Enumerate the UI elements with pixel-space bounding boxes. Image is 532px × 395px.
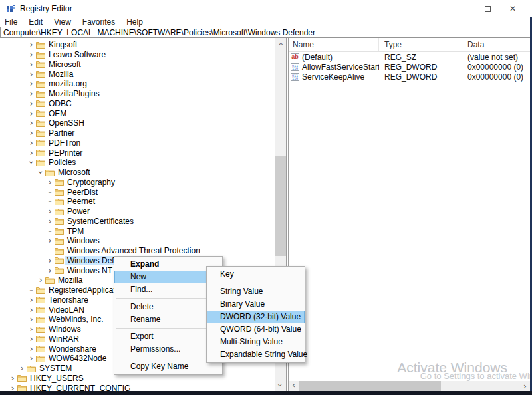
menu-item-expandable-string-value[interactable]: Expandable String Value (207, 348, 305, 361)
chevron-right-icon[interactable]: › (27, 61, 36, 68)
chevron-right-icon[interactable]: › (45, 237, 55, 244)
tree-item-label: OpenSSH (47, 118, 86, 128)
value-row-allowfastservicestartup[interactable]: 011110AllowFastServiceStartupREG_DWORD0x… (289, 62, 530, 72)
minimize-button[interactable] (450, 0, 475, 17)
menu-view[interactable]: View (54, 17, 77, 27)
column-header-type[interactable]: Type (379, 38, 462, 51)
chevron-right-icon[interactable]: › (27, 150, 36, 156)
chevron-right-icon[interactable]: › (45, 179, 55, 186)
menu-item-multi-string-value[interactable]: Multi-String Value (207, 336, 305, 348)
tree-item-partner[interactable]: ›Partner (0, 128, 275, 138)
value-row-servicekeepalive[interactable]: 011110ServiceKeepAliveREG_DWORD0x0000000… (289, 72, 530, 82)
chevron-right-icon[interactable]: › (27, 355, 36, 362)
chevron-right-icon[interactable]: › (27, 90, 36, 97)
tree-item-mozilla-org[interactable]: ›mozilla.org (0, 79, 275, 89)
menu-edit[interactable]: Edit (29, 17, 49, 27)
tree-item-label: Windows Advanced Threat Protection (65, 246, 202, 255)
folder-icon (36, 335, 47, 342)
chevron-right-icon[interactable]: › (36, 277, 45, 283)
maximize-button[interactable] (475, 0, 500, 17)
close-button[interactable]: ✕ (500, 0, 525, 17)
chevron-right-icon[interactable]: › (27, 316, 36, 323)
chevron-right-icon[interactable]: › (27, 110, 36, 117)
chevron-right-icon[interactable]: › (27, 297, 36, 303)
chevron-right-icon[interactable]: › (27, 100, 36, 107)
scroll-left-icon[interactable]: › (289, 381, 299, 391)
folder-icon (36, 80, 47, 88)
tree-item-oem[interactable]: ›OEM (0, 108, 275, 118)
chevron-down-icon[interactable]: › (37, 168, 44, 177)
tree-item-pdftron[interactable]: ›PDFTron (0, 138, 275, 148)
chevron-right-icon[interactable]: › (27, 336, 36, 342)
chevron-right-icon[interactable]: › (27, 346, 36, 352)
tree-item-odbc[interactable]: ›ODBC (0, 99, 275, 109)
column-header-name[interactable]: Name (289, 38, 379, 51)
tree-item-label: WOW6432Node (47, 354, 108, 363)
tree-item-openssh[interactable]: ›OpenSSH (0, 118, 275, 128)
chevron-down-icon[interactable]: › (28, 158, 35, 167)
menu-favorites[interactable]: Favorites (82, 17, 121, 27)
folder-icon (36, 110, 47, 117)
tree-item-label: Partner (47, 128, 76, 138)
column-header-data[interactable]: Data (462, 38, 530, 51)
chevron-right-icon[interactable]: › (45, 257, 55, 264)
folder-icon (55, 217, 65, 225)
values-horizontal-scrollbar[interactable]: › › (289, 381, 530, 391)
chevron-right-icon[interactable]: › (8, 375, 17, 382)
menu-bar: FileEditViewFavoritesHelp (0, 17, 532, 27)
value-row-default[interactable]: ab(Default)REG_SZ(value not set) (289, 52, 530, 62)
tree-item-kingsoft[interactable]: ›Kingsoft (0, 40, 275, 50)
close-icon: ✕ (509, 5, 516, 13)
scroll-down-icon[interactable]: › (275, 380, 286, 391)
tree-item-tpm[interactable]: –TPM (0, 226, 275, 236)
scroll-right-icon[interactable]: › (520, 381, 530, 391)
chevron-right-icon[interactable]: › (27, 51, 36, 58)
menu-item-dword-32-bit-value[interactable]: DWORD (32-bit) Value (207, 311, 305, 323)
tree-item-microsoft[interactable]: ›Microsoft (0, 168, 275, 178)
folder-icon (36, 355, 47, 362)
chevron-right-icon[interactable]: › (27, 71, 36, 78)
tree-item-hkey-current-config[interactable]: ›HKEY_CURRENT_CONFIG (0, 383, 275, 391)
values-pane: NameTypeData ab(Default)REG_SZ(value not… (289, 38, 530, 391)
chevron-right-icon[interactable]: › (45, 218, 55, 225)
tree-item-leawo-software[interactable]: ›Leawo Software (0, 50, 275, 60)
chevron-right-icon[interactable]: › (45, 267, 55, 274)
tree-item-power[interactable]: ›Power (0, 207, 275, 217)
menu-item-binary-value[interactable]: Binary Value (207, 298, 305, 311)
chevron-right-icon[interactable]: › (27, 307, 36, 313)
tree-item-policies[interactable]: ›Policies (0, 158, 275, 168)
values-scrollbar-thumb[interactable] (299, 381, 441, 391)
folder-icon (36, 326, 47, 333)
tree-item-peprinter[interactable]: ›PEPrinter (0, 148, 275, 158)
tree-item-peernet[interactable]: –Peernet (0, 197, 275, 207)
tree-item-windows[interactable]: ›Windows (0, 236, 275, 246)
tree-item-windows-advanced-threat-protection[interactable]: –Windows Advanced Threat Protection (0, 246, 275, 256)
chevron-right-icon[interactable]: › (27, 326, 36, 332)
chevron-right-icon[interactable]: › (8, 385, 17, 391)
chevron-right-icon[interactable]: › (27, 130, 36, 136)
chevron-right-icon[interactable]: › (27, 140, 36, 146)
folder-icon (17, 374, 28, 382)
tree-scrollbar-thumb[interactable] (275, 156, 286, 256)
menu-item-key[interactable]: Key (207, 268, 305, 281)
tree-item-peerdist[interactable]: –PeerDist (0, 187, 275, 197)
tree-item-microsoft[interactable]: ›Microsoft (0, 60, 275, 70)
tree-item-label: SystemCertificates (65, 217, 136, 226)
chevron-right-icon[interactable]: › (17, 365, 27, 372)
chevron-right-icon[interactable]: › (27, 41, 36, 48)
menu-help[interactable]: Help (126, 17, 149, 27)
address-bar (0, 27, 532, 38)
chevron-right-icon[interactable]: › (27, 80, 36, 87)
chevron-right-icon[interactable]: › (45, 208, 55, 215)
menu-file[interactable]: File (5, 17, 23, 27)
menu-item-string-value[interactable]: String Value (207, 285, 305, 298)
tree-item-systemcertificates[interactable]: ›SystemCertificates (0, 217, 275, 227)
menu-item-qword-64-bit-value[interactable]: QWORD (64-bit) Value (207, 323, 305, 336)
folder-icon (17, 384, 28, 391)
address-input[interactable] (1, 27, 531, 37)
scroll-up-icon[interactable]: › (275, 38, 286, 49)
tree-item-cryptography[interactable]: ›Cryptography (0, 178, 275, 188)
chevron-right-icon[interactable]: › (27, 120, 36, 126)
tree-item-mozilla[interactable]: ›Mozilla (0, 69, 275, 79)
tree-item-mozillaplugins[interactable]: ›MozillaPlugins (0, 89, 275, 99)
